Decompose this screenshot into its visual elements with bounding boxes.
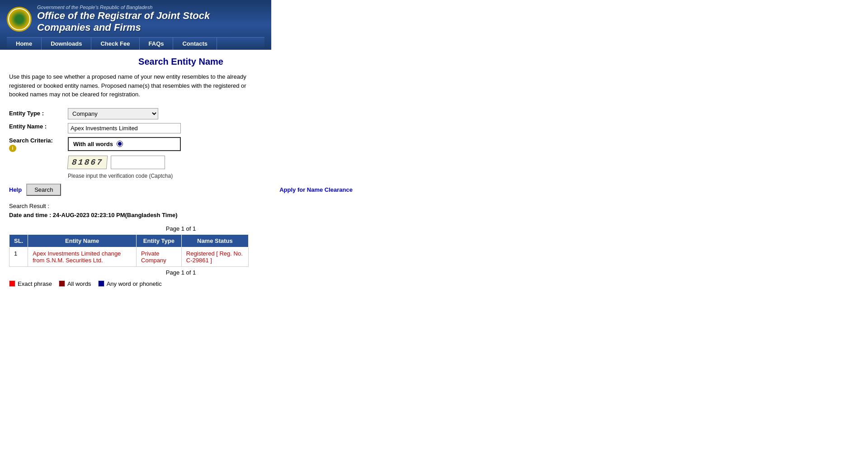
page-indicator-top: Page 1 of 1 bbox=[9, 225, 353, 232]
table-header-row: SL. Entity Name Entity Type Name Status bbox=[9, 234, 249, 247]
page-description: Use this page to see whether a proposed … bbox=[9, 72, 258, 99]
col-sl: SL. bbox=[9, 234, 28, 247]
entity-name-link[interactable]: Apex Investments Limited change from S.N… bbox=[33, 250, 121, 264]
help-link[interactable]: Help bbox=[9, 186, 22, 193]
search-criteria-row: Search Criteria: i With all words bbox=[9, 137, 353, 152]
col-name-status: Name Status bbox=[181, 234, 248, 247]
header-top: Government of the People's Republic of B… bbox=[7, 5, 264, 37]
page-indicator-bottom: Page 1 of 1 bbox=[9, 269, 353, 276]
main-content: Search Entity Name Use this page to see … bbox=[0, 50, 362, 294]
criteria-radio[interactable] bbox=[117, 141, 123, 147]
result-table: SL. Entity Name Entity Type Name Status … bbox=[9, 234, 249, 267]
legend-red-box bbox=[9, 280, 15, 287]
captcha-image: 81867 bbox=[67, 156, 108, 169]
legend-allwords-label: All words bbox=[67, 280, 91, 287]
entity-type-label: Entity Type : bbox=[9, 108, 68, 117]
captcha-hint: Please input the verification code (Capt… bbox=[68, 173, 353, 179]
nav-check-fee[interactable]: Check Fee bbox=[91, 38, 139, 50]
legend-any-word: Any word or phonetic bbox=[98, 280, 162, 287]
legend-exact-label: Exact phrase bbox=[18, 280, 52, 287]
col-entity-type: Entity Type bbox=[137, 234, 182, 247]
legend-darkred-box bbox=[59, 280, 65, 287]
datetime-label: Date and time : 24-AUG-2023 02:23:10 PM(… bbox=[9, 212, 353, 218]
govt-text: Government of the People's Republic of B… bbox=[37, 5, 264, 10]
legend-exact-phrase: Exact phrase bbox=[9, 280, 52, 287]
search-button[interactable]: Search bbox=[26, 184, 61, 196]
nav-home[interactable]: Home bbox=[7, 38, 42, 50]
header-text: Government of the People's Republic of B… bbox=[37, 5, 264, 33]
table-body: 1 Apex Investments Limited change from S… bbox=[9, 247, 249, 266]
result-label: Search Result : bbox=[9, 203, 353, 209]
criteria-info: i bbox=[9, 145, 68, 152]
col-entity-name: Entity Name bbox=[28, 234, 137, 247]
legend-anyword-label: Any word or phonetic bbox=[107, 280, 162, 287]
apply-link[interactable]: Apply for Name Clearance bbox=[279, 186, 353, 193]
search-form: Entity Type : Company Partnership Societ… bbox=[9, 108, 353, 196]
entity-name-label: Entity Name : bbox=[9, 123, 68, 130]
criteria-value: With all words bbox=[73, 141, 113, 147]
table-row: 1 Apex Investments Limited change from S… bbox=[9, 247, 249, 266]
search-criteria-label: Search Criteria: bbox=[9, 137, 68, 144]
site-header: Government of the People's Republic of B… bbox=[0, 0, 271, 50]
legend-all-words: All words bbox=[59, 280, 91, 287]
nav-faqs[interactable]: FAQs bbox=[140, 38, 174, 50]
entity-type-row: Entity Type : Company Partnership Societ… bbox=[9, 108, 353, 119]
nav-downloads[interactable]: Downloads bbox=[42, 38, 91, 50]
captcha-input[interactable] bbox=[111, 156, 165, 169]
cell-entity-type: Private Company bbox=[137, 247, 182, 266]
cell-entity-name: Apex Investments Limited change from S.N… bbox=[28, 247, 137, 266]
entity-name-input[interactable] bbox=[68, 123, 181, 133]
captcha-area: 81867 bbox=[68, 156, 353, 169]
legend: Exact phrase All words Any word or phone… bbox=[9, 280, 353, 287]
logo bbox=[7, 7, 32, 32]
entity-type-select[interactable]: Company Partnership Society Trade Organi… bbox=[68, 108, 158, 119]
cell-sl: 1 bbox=[9, 247, 28, 266]
legend-blue-box bbox=[98, 280, 104, 287]
info-icon: i bbox=[9, 145, 16, 152]
nav-contacts[interactable]: Contacts bbox=[173, 38, 217, 50]
search-criteria-box: With all words bbox=[68, 137, 181, 151]
cell-name-status: Registered [ Reg. No. C-29861 ] bbox=[181, 247, 248, 266]
action-row: Help Search Apply for Name Clearance bbox=[9, 184, 353, 196]
site-title: Office of the Registrar of Joint Stock C… bbox=[37, 10, 264, 33]
logo-emblem bbox=[9, 9, 29, 29]
page-title: Search Entity Name bbox=[9, 57, 353, 67]
table-head: SL. Entity Name Entity Type Name Status bbox=[9, 234, 249, 247]
entity-name-row: Entity Name : bbox=[9, 123, 353, 133]
main-nav: Home Downloads Check Fee FAQs Contacts bbox=[7, 37, 264, 50]
